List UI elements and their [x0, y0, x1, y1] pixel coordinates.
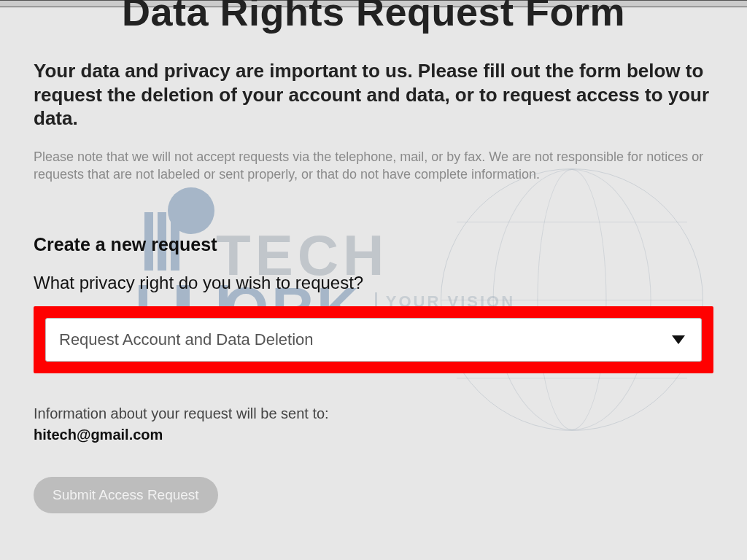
page-container: TECH ORK YOUR VISION OUR FUTURE Data Rig…	[0, 0, 747, 560]
select-highlight-box: Request Account and Data Deletion	[34, 306, 713, 373]
page-title: Data Rights Request Form	[34, 0, 713, 34]
intro-text: Your data and privacy are important to u…	[34, 59, 713, 131]
privacy-right-select[interactable]: Request Account and Data Deletion	[45, 318, 702, 362]
user-email: hitech@gmail.com	[34, 427, 713, 443]
info-label: Information about your request will be s…	[34, 405, 713, 422]
select-value: Request Account and Data Deletion	[59, 330, 314, 349]
section-title: Create a new request	[34, 234, 713, 255]
disclaimer-text: Please note that we will not accept requ…	[34, 148, 713, 184]
submit-access-request-button[interactable]: Submit Access Request	[34, 477, 218, 513]
question-label: What privacy right do you wish to reques…	[34, 273, 713, 293]
chevron-down-icon	[672, 335, 685, 344]
